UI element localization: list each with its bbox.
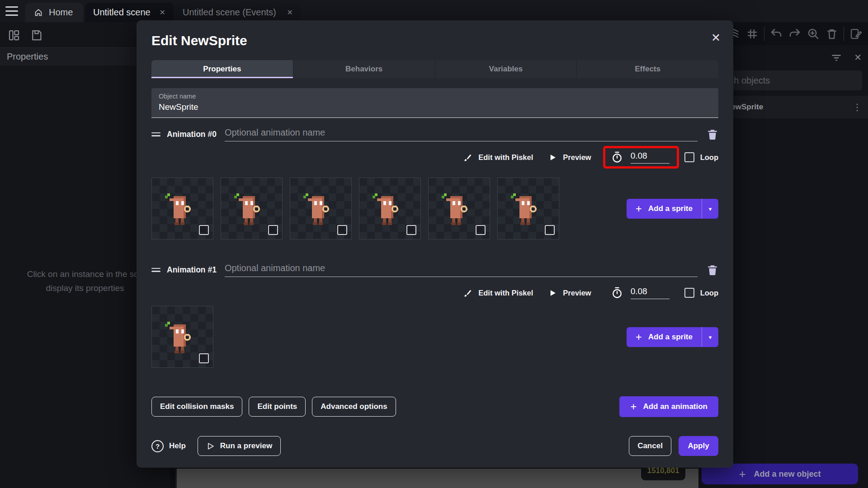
drag-handle-icon[interactable] (151, 131, 160, 138)
edit-sprite-dialog: Edit NewSprite ✕ Properties Behaviors Va… (137, 20, 733, 468)
object-name-field[interactable]: Object name (151, 88, 718, 118)
edit-with-piskel-button[interactable]: Edit with Piskel (463, 288, 533, 298)
object-name-input[interactable] (159, 102, 711, 112)
scene-canvas[interactable] (175, 469, 698, 488)
edit-with-piskel-button[interactable]: Edit with Piskel (463, 153, 533, 162)
scene-toolbar (727, 27, 863, 41)
plus-icon: + (636, 202, 642, 215)
frame-select-checkbox[interactable] (268, 225, 278, 235)
play-icon (548, 153, 557, 162)
apply-button[interactable]: Apply (679, 436, 718, 456)
sprite-frame-thumbnail[interactable] (290, 178, 352, 239)
animation-0-header: Animation #0 (151, 124, 718, 144)
pig-sprite-image (161, 190, 201, 230)
layout-panels-icon[interactable] (7, 28, 21, 42)
frame-select-checkbox[interactable] (337, 225, 347, 235)
animation-1-name-input[interactable] (225, 263, 698, 277)
sprite-frame-thumbnail[interactable] (359, 178, 421, 239)
object-item-menu-icon[interactable]: ⋮ (853, 102, 862, 113)
tab-effects[interactable]: Effects (576, 60, 718, 78)
loop-label: Loop (700, 153, 718, 162)
plus-icon: + (636, 331, 642, 343)
dialog-title: Edit NewSprite (151, 33, 718, 49)
frame-duration-input[interactable] (631, 286, 670, 299)
frame-select-checkbox[interactable] (545, 225, 555, 235)
add-sprite-dropdown-icon[interactable]: ▾ (702, 334, 718, 341)
filter-icon[interactable] (830, 52, 842, 63)
help-button[interactable]: ? Help (151, 440, 186, 452)
tab-properties[interactable]: Properties (151, 60, 293, 78)
tab-events-label: Untitled scene (Events) (183, 7, 276, 18)
pig-sprite-image (299, 190, 339, 230)
pig-sprite-image (230, 190, 270, 230)
frame-duration-input[interactable] (631, 151, 670, 164)
frame-select-checkbox[interactable] (199, 353, 209, 363)
loop-checkbox[interactable] (684, 288, 694, 298)
frame-select-checkbox[interactable] (199, 225, 209, 235)
run-preview-button[interactable]: Run a preview (198, 436, 281, 456)
sprite-frame-thumbnail[interactable] (497, 178, 559, 239)
redo-icon[interactable] (788, 27, 802, 41)
brush-icon (463, 153, 472, 162)
undo-icon[interactable] (769, 27, 783, 41)
add-animation-button[interactable]: + Add an animation (619, 396, 718, 417)
preview-button[interactable]: Preview (548, 289, 591, 297)
dialog-close-icon[interactable]: ✕ (711, 32, 721, 43)
tab-variables[interactable]: Variables (435, 60, 577, 78)
dialog-tabs: Properties Behaviors Variables Effects (151, 60, 718, 78)
properties-panel-title: Properties (7, 52, 48, 62)
stopwatch-icon (611, 286, 623, 299)
pig-sprite-image (161, 318, 201, 358)
animation-0-frames: + Add a sprite ▾ (151, 178, 718, 240)
brush-icon (463, 288, 472, 298)
tab-close-icon[interactable]: ✕ (160, 8, 165, 17)
close-panel-icon[interactable]: ✕ (854, 52, 862, 63)
play-outline-icon (206, 442, 215, 450)
advanced-options-button[interactable]: Advanced options (312, 397, 396, 417)
tab-home[interactable]: Home (25, 3, 83, 22)
drag-handle-icon[interactable] (151, 266, 160, 274)
pig-sprite-image (438, 190, 477, 230)
top-tab-bar: Home Untitled scene ✕ Untitled scene (Ev… (0, 0, 868, 22)
tab-untitled-scene-events[interactable]: Untitled scene (Events) ✕ (175, 3, 301, 22)
add-sprite-dropdown-icon[interactable]: ▾ (702, 206, 718, 212)
delete-animation-icon[interactable] (707, 128, 718, 140)
stopwatch-icon (611, 151, 623, 164)
animation-1-header: Animation #1 (151, 260, 718, 280)
delete-icon[interactable] (825, 27, 839, 41)
tab-scene-label: Untitled scene (93, 7, 151, 18)
events-sheet-icon[interactable] (849, 27, 863, 41)
pig-sprite-image (368, 190, 408, 230)
animation-1-label: Animation #1 (167, 265, 217, 275)
sprite-frame-thumbnail[interactable] (221, 178, 283, 239)
plus-icon: + (739, 467, 745, 481)
edit-collision-masks-button[interactable]: Edit collision masks (151, 397, 242, 417)
tab-home-label: Home (49, 7, 73, 18)
preview-button[interactable]: Preview (548, 153, 591, 162)
delete-animation-icon[interactable] (707, 264, 718, 276)
grid-icon[interactable] (745, 27, 759, 41)
frame-select-checkbox[interactable] (476, 225, 486, 235)
tab-close-icon[interactable]: ✕ (287, 8, 293, 17)
object-name-label: Object name (159, 93, 711, 100)
zoom-in-icon[interactable] (807, 27, 820, 41)
frame-select-checkbox[interactable] (406, 225, 416, 235)
save-icon[interactable] (30, 28, 43, 42)
sprite-frame-thumbnail[interactable] (151, 178, 213, 239)
question-icon: ? (151, 440, 164, 452)
pig-sprite-image (507, 190, 547, 230)
cancel-button[interactable]: Cancel (629, 436, 671, 456)
animation-1-frames: + Add a sprite ▾ (151, 306, 718, 368)
animation-0-name-input[interactable] (225, 127, 698, 141)
loop-label: Loop (700, 289, 718, 297)
loop-checkbox[interactable] (684, 152, 694, 162)
animation-0-label: Animation #0 (167, 130, 217, 139)
sprite-frame-thumbnail[interactable] (151, 306, 213, 368)
main-menu-icon[interactable] (5, 6, 18, 16)
add-sprite-button[interactable]: + Add a sprite ▾ (627, 327, 718, 347)
sprite-frame-thumbnail[interactable] (428, 178, 490, 239)
tab-untitled-scene[interactable]: Untitled scene ✕ (85, 3, 174, 22)
tab-behaviors[interactable]: Behaviors (293, 60, 435, 78)
add-sprite-button[interactable]: + Add a sprite ▾ (627, 199, 718, 219)
edit-points-button[interactable]: Edit points (249, 397, 306, 417)
